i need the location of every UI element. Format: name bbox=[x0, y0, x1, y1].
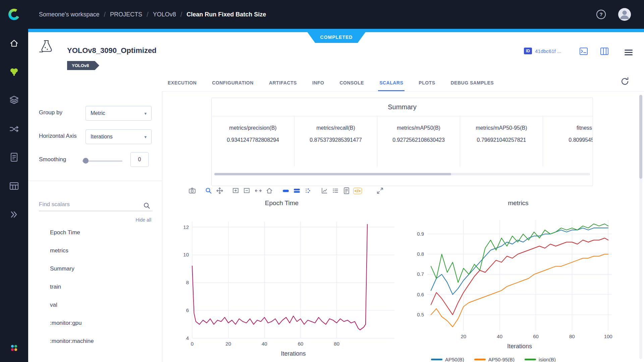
group-by-select[interactable]: Metric ▾ bbox=[86, 106, 152, 121]
tab-configuration[interactable]: CONFIGURATION bbox=[212, 74, 254, 91]
maximize-icon[interactable] bbox=[376, 186, 384, 195]
projects-icon[interactable] bbox=[7, 65, 21, 78]
hover-single-icon[interactable] bbox=[281, 186, 290, 195]
svg-text:0.7: 0.7 bbox=[417, 271, 424, 277]
scalar-item-train[interactable]: train bbox=[50, 278, 155, 296]
pipelines-icon[interactable] bbox=[7, 122, 21, 136]
svg-text:100: 100 bbox=[604, 334, 612, 339]
scalar-item-val[interactable]: val bbox=[50, 296, 155, 314]
avatar[interactable] bbox=[618, 8, 631, 22]
svg-text:60: 60 bbox=[298, 341, 304, 347]
hover-compare-icon[interactable] bbox=[292, 186, 301, 195]
zoom-out-icon[interactable] bbox=[243, 186, 252, 195]
svg-text:60: 60 bbox=[533, 334, 539, 339]
experiment-id[interactable]: ID 41dbc61f ... bbox=[524, 48, 561, 54]
svg-text:4: 4 bbox=[186, 335, 189, 341]
app-root: Someone's workspace/PROJECTS/YOLOv8/Clea… bbox=[0, 0, 644, 362]
legend-icon[interactable] bbox=[331, 186, 340, 195]
summary-column: metrics/recall(B)0.8753739285391477 bbox=[294, 116, 377, 167]
scalar-item-summary[interactable]: Summary bbox=[50, 260, 155, 278]
breadcrumb-item[interactable]: PROJECTS bbox=[110, 11, 142, 18]
legend-label: AP50-95(B) bbox=[488, 357, 515, 362]
spike-lines-icon[interactable] bbox=[304, 186, 312, 195]
tab-debug-samples[interactable]: DEBUG SAMPLES bbox=[450, 74, 494, 91]
breadcrumb-item[interactable]: YOLOv8 bbox=[153, 11, 176, 18]
find-scalars-input[interactable] bbox=[39, 199, 152, 211]
autoscale-icon[interactable] bbox=[254, 186, 263, 195]
svg-text:8: 8 bbox=[186, 280, 189, 285]
tab-artifacts[interactable]: ARTIFACTS bbox=[269, 74, 297, 91]
summary-column: metrics/precision(B)0.9341247782808294 bbox=[212, 116, 294, 167]
tab-info[interactable]: INFO bbox=[312, 74, 324, 91]
top-bar: Someone's workspace/PROJECTS/YOLOv8/Clea… bbox=[0, 0, 644, 29]
embed-code-icon[interactable]: </> bbox=[353, 186, 362, 195]
svg-text:80: 80 bbox=[334, 341, 339, 347]
reports-icon[interactable] bbox=[7, 150, 21, 164]
main-scrollbar[interactable] bbox=[639, 95, 642, 359]
summary-column-value: 0.8753739285391477 bbox=[310, 137, 362, 143]
project-tag[interactable]: YOLOv8 bbox=[67, 61, 99, 70]
pan-icon[interactable] bbox=[215, 186, 224, 195]
svg-text:40: 40 bbox=[262, 341, 267, 347]
svg-text:Iterations: Iterations bbox=[507, 343, 532, 350]
horizontal-axis-select[interactable]: Iterations ▾ bbox=[86, 129, 152, 144]
zoom-icon[interactable] bbox=[204, 186, 213, 195]
reset-axes-icon[interactable] bbox=[265, 186, 274, 195]
summary-column-value: 0.796921040257821 bbox=[477, 137, 526, 143]
svg-text:6: 6 bbox=[186, 307, 189, 313]
details-panel-icon[interactable] bbox=[600, 47, 609, 57]
legend-item[interactable]: AP50(B) bbox=[431, 357, 464, 362]
scalar-item-epoch-time[interactable]: Epoch Time bbox=[50, 224, 155, 242]
svg-text:?: ? bbox=[599, 11, 602, 17]
menu-icon[interactable] bbox=[625, 48, 633, 57]
summary-column-header: metrics/recall(B) bbox=[316, 125, 355, 131]
scalar-item--monitor-gpu[interactable]: :monitor:gpu bbox=[50, 314, 155, 332]
scalar-item-metrics[interactable]: metrics bbox=[50, 242, 155, 260]
smoothing-label: Smoothing bbox=[39, 156, 66, 163]
metrics-chart[interactable]: 0.50.60.70.80.920406080100Iterations bbox=[402, 211, 624, 362]
tab-console[interactable]: CONSOLE bbox=[339, 74, 364, 91]
epoch-time-chart-title: Epoch Time bbox=[181, 199, 382, 207]
smoothing-slider-handle[interactable] bbox=[83, 158, 89, 164]
help-icon[interactable]: ? bbox=[596, 9, 606, 21]
tab-plots[interactable]: PLOTS bbox=[419, 74, 435, 91]
svg-text:40: 40 bbox=[497, 334, 502, 339]
tab-scalars[interactable]: SCALARS bbox=[379, 74, 403, 91]
console-shortcut-icon[interactable] bbox=[579, 47, 588, 57]
expand-nav-icon[interactable] bbox=[7, 208, 21, 221]
download-csv-icon[interactable] bbox=[342, 186, 351, 195]
breadcrumb-separator: / bbox=[147, 11, 149, 18]
smoothing-value-input[interactable] bbox=[130, 152, 149, 167]
breadcrumb-item: Clean Run Fixed Batch Size bbox=[186, 11, 266, 18]
legend-swatch-icon bbox=[431, 359, 442, 360]
refresh-icon[interactable] bbox=[620, 76, 630, 88]
zoom-in-icon[interactable] bbox=[232, 186, 240, 195]
hide-all-link[interactable]: Hide all bbox=[136, 217, 151, 223]
svg-text:12: 12 bbox=[183, 224, 189, 230]
datasets-icon[interactable] bbox=[7, 94, 21, 107]
breadcrumb: Someone's workspace/PROJECTS/YOLOv8/Clea… bbox=[39, 0, 266, 29]
legend-swatch-icon bbox=[474, 359, 486, 360]
breadcrumb-item[interactable]: Someone's workspace bbox=[39, 11, 100, 18]
svg-text:0.5: 0.5 bbox=[417, 312, 424, 317]
svg-text:0: 0 bbox=[191, 341, 194, 347]
slack-community-icon[interactable] bbox=[7, 341, 21, 355]
id-value[interactable]: 41dbc61f ... bbox=[535, 48, 561, 54]
log-scale-icon[interactable] bbox=[320, 186, 329, 195]
summary-horizontal-scrollbar[interactable] bbox=[214, 173, 590, 175]
scrollbar-thumb[interactable] bbox=[639, 95, 642, 179]
legend-item[interactable]: ision(B) bbox=[525, 357, 556, 362]
workers-queues-icon[interactable] bbox=[7, 179, 21, 193]
scrollbar-thumb[interactable] bbox=[214, 173, 451, 175]
legend-item[interactable]: AP50-95(B) bbox=[474, 357, 515, 362]
home-icon[interactable] bbox=[7, 37, 21, 50]
clearml-logo-icon[interactable] bbox=[7, 7, 21, 22]
epoch-time-chart[interactable]: 4681012020406080Iterations bbox=[181, 211, 396, 362]
tab-execution[interactable]: EXECUTION bbox=[168, 74, 197, 91]
summary-column-header: metrics/mAP50-95(B) bbox=[476, 125, 527, 131]
scalar-item--monitor-machine[interactable]: :monitor:machine bbox=[50, 332, 155, 350]
experiment-title: YOLOv8_3090_Optimized bbox=[67, 46, 157, 55]
search-icon[interactable] bbox=[143, 202, 151, 211]
camera-icon[interactable] bbox=[188, 186, 197, 195]
summary-column-header: metrics/mAP50(B) bbox=[397, 125, 440, 131]
